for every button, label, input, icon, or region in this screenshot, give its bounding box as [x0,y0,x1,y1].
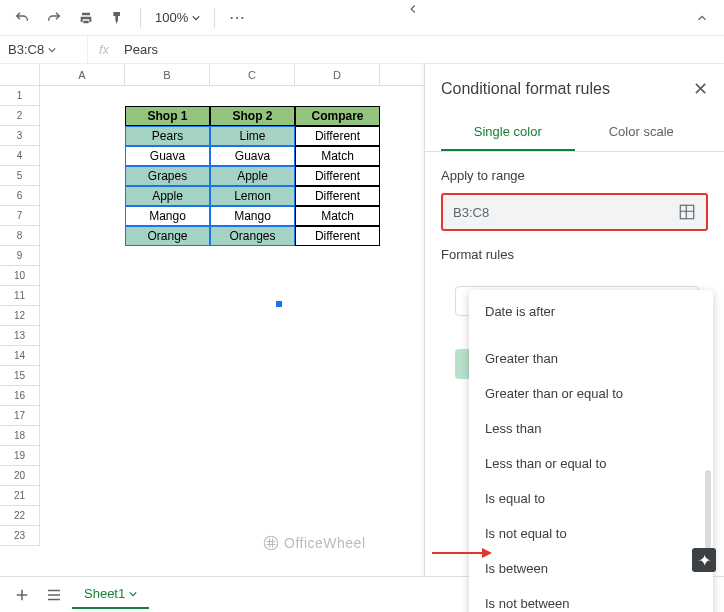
cell[interactable] [210,426,295,446]
cell[interactable] [125,246,210,266]
row-header[interactable]: 14 [0,346,40,366]
cell[interactable] [40,106,125,126]
dropdown-item[interactable]: Less than or equal to [469,446,713,481]
dropdown-item[interactable]: Greater than or equal to [469,376,713,411]
row-header[interactable]: 6 [0,186,40,206]
cell[interactable] [210,286,295,306]
cell[interactable] [40,86,125,106]
dropdown-item[interactable]: Is not equal to [469,516,713,551]
cell[interactable] [210,246,295,266]
cell[interactable]: Pears [125,126,210,146]
row-header[interactable]: 15 [0,366,40,386]
cell[interactable]: Match [295,146,380,166]
cell[interactable] [210,486,295,506]
row-header[interactable]: 3 [0,126,40,146]
cell[interactable]: Different [295,126,380,146]
row-header[interactable]: 21 [0,486,40,506]
cell[interactable] [210,266,295,286]
dropdown-item[interactable]: Date is after [469,294,713,329]
cell[interactable] [40,386,125,406]
row-header[interactable]: 16 [0,386,40,406]
select-all-corner[interactable] [0,64,40,85]
row-header[interactable]: 11 [0,286,40,306]
cell[interactable]: Different [295,226,380,246]
cell[interactable]: Shop 1 [125,106,210,126]
cell[interactable] [40,226,125,246]
dropdown-item[interactable]: Is equal to [469,481,713,516]
dropdown-item[interactable]: Is not between [469,586,713,612]
cell[interactable]: Lemon [210,186,295,206]
cell[interactable] [125,526,210,546]
cell[interactable] [125,466,210,486]
cell[interactable] [295,386,380,406]
cell[interactable] [40,326,125,346]
cell[interactable] [40,346,125,366]
cell[interactable]: Mango [125,206,210,226]
range-input[interactable]: B3:C8 [441,193,708,231]
cell[interactable] [40,506,125,526]
cell[interactable]: Oranges [210,226,295,246]
collapse-panel-icon[interactable] [406,2,420,16]
cell[interactable] [210,406,295,426]
redo-icon[interactable] [40,4,68,32]
dropdown-item[interactable]: Less than [469,411,713,446]
dropdown-item[interactable]: Greater than [469,341,713,376]
cell[interactable]: Mango [210,206,295,226]
row-header[interactable]: 8 [0,226,40,246]
cell[interactable] [40,246,125,266]
name-box[interactable]: B3:C8 [0,36,88,63]
formula-input[interactable]: Pears [120,42,724,57]
more-icon[interactable]: ⋯ [223,4,251,32]
cell[interactable] [295,286,380,306]
cell[interactable] [210,346,295,366]
cell[interactable] [210,506,295,526]
cell[interactable]: Guava [210,146,295,166]
tab-color-scale[interactable]: Color scale [575,114,709,151]
paint-format-icon[interactable] [104,4,132,32]
cell[interactable] [295,506,380,526]
close-icon[interactable]: ✕ [693,78,708,100]
cell[interactable] [210,446,295,466]
cell[interactable] [125,446,210,466]
row-header[interactable]: 18 [0,426,40,446]
grid-select-icon[interactable] [678,203,696,221]
selection-handle[interactable] [276,301,282,307]
cell[interactable] [40,526,125,546]
print-icon[interactable] [72,4,100,32]
cell[interactable] [295,446,380,466]
cell[interactable] [40,466,125,486]
row-header[interactable]: 19 [0,446,40,466]
row-header[interactable]: 5 [0,166,40,186]
row-header[interactable]: 4 [0,146,40,166]
cell[interactable] [125,86,210,106]
cell[interactable]: Grapes [125,166,210,186]
cell[interactable] [125,346,210,366]
column-header[interactable]: C [210,64,295,85]
expand-up-icon[interactable] [688,4,716,32]
cell[interactable] [125,326,210,346]
cell[interactable]: Lime [210,126,295,146]
all-sheets-icon[interactable] [40,586,68,604]
cell[interactable] [40,146,125,166]
row-header[interactable]: 20 [0,466,40,486]
cell[interactable] [210,86,295,106]
cell[interactable]: Guava [125,146,210,166]
cell[interactable] [295,366,380,386]
cell[interactable] [40,366,125,386]
cell[interactable] [295,346,380,366]
cell[interactable] [295,306,380,326]
zoom-dropdown[interactable]: 100% [149,10,206,25]
cell[interactable] [295,266,380,286]
cell[interactable] [295,246,380,266]
cell[interactable] [40,266,125,286]
tab-single-color[interactable]: Single color [441,114,575,151]
cell[interactable] [125,506,210,526]
cell[interactable]: Apple [210,166,295,186]
cell[interactable] [125,306,210,326]
cell[interactable]: Different [295,186,380,206]
row-header[interactable]: 23 [0,526,40,546]
cell[interactable] [125,386,210,406]
cell[interactable] [295,486,380,506]
cell[interactable]: Apple [125,186,210,206]
explore-button[interactable]: ✦ [692,548,716,572]
